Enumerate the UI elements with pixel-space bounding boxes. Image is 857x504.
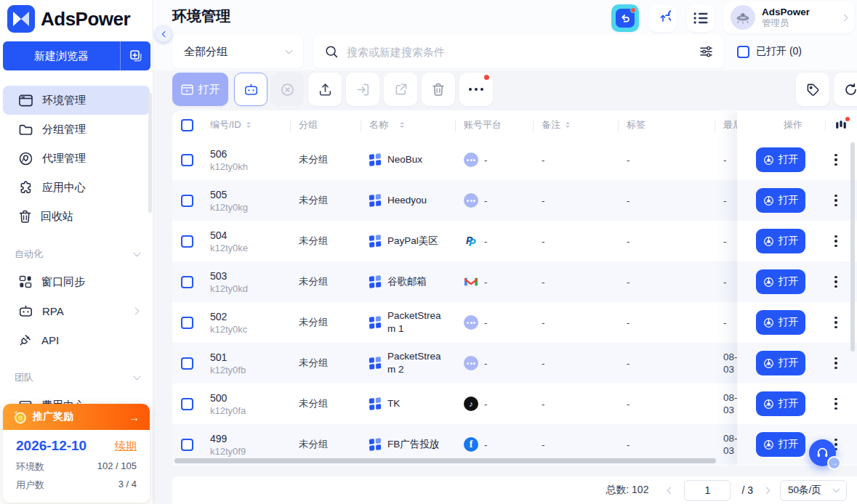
browser-logo-icon [763,236,774,247]
browser-tiles-icon [369,316,381,329]
new-browser-plus-icon[interactable] [120,41,150,70]
vertical-scrollbar[interactable] [850,142,855,351]
upload-icon [318,83,332,97]
group-filter-select[interactable]: 全部分组 [172,35,303,68]
row-more-menu[interactable] [832,354,840,373]
env-note: - [542,399,627,410]
env-name: Heedyou [387,194,427,207]
col-id[interactable]: 编号/ID [210,118,299,131]
tag-button[interactable] [796,73,829,106]
prev-page-icon[interactable] [667,487,675,494]
env-seq: 500 [210,391,299,405]
share-button[interactable] [384,73,417,106]
col-platform: 账号平台 [464,118,542,131]
chevron-left-icon [161,31,167,37]
open-environment-button[interactable]: 打开 [756,269,805,294]
sidebar-item-apps[interactable]: 应用中心 [3,173,150,202]
horizontal-scrollbar[interactable] [174,458,716,463]
row-more-menu[interactable] [832,273,840,291]
row-actions: 打开 [737,221,857,261]
sidebar-collapse-button[interactable] [156,26,172,42]
row-checkbox[interactable] [181,398,193,410]
sidebar-item-environments[interactable]: 环境管理 [3,86,150,115]
open-environment-button[interactable]: 打开 [756,432,805,457]
browser-tiles-icon [369,235,381,248]
open-selected-button[interactable]: 打开 [172,73,228,106]
row-actions: 打开 [737,139,857,180]
more-actions-button[interactable] [459,73,493,106]
section-automation[interactable]: 自动化 [3,241,150,267]
env-tag: - [627,358,723,369]
col-name[interactable]: 名称 [369,118,464,131]
platform-account: - [484,399,488,410]
ufo-avatar-icon [734,9,752,26]
export-upload-button[interactable] [308,73,342,106]
env-tag: - [627,317,723,328]
sort-icon[interactable] [246,120,251,130]
sidebar-item-rpa[interactable]: RPA [3,296,150,325]
task-list-button[interactable] [687,4,715,32]
chevron-right-icon [841,14,848,21]
sidebar-item-window-sync[interactable]: 窗口同步 [3,267,150,296]
platform-account: - [484,358,488,369]
opened-checkbox[interactable] [737,46,749,58]
row-more-menu[interactable] [832,192,840,210]
next-page-icon[interactable] [763,487,771,494]
paypal-icon: PP [464,234,478,248]
new-browser-button[interactable]: 新建浏览器 [3,41,150,70]
renew-link[interactable]: 续期 [115,439,137,453]
close-environments-button[interactable] [270,73,304,106]
env-seq: 506 [210,147,299,160]
sidebar-scrollbar[interactable] [148,93,152,213]
sort-icon[interactable] [566,120,570,130]
col-note[interactable]: 备注 [542,118,627,131]
row-checkbox[interactable] [181,154,193,166]
sync-button[interactable] [649,4,677,32]
sidebar-item-proxies[interactable]: 代理管理 [3,144,150,173]
row-checkbox[interactable] [181,357,193,370]
sidebar-item-groups[interactable]: 分组管理 [3,115,150,144]
notification-dot [630,7,636,13]
rpa-task-button[interactable] [234,73,267,106]
filter-sliders-icon[interactable] [700,46,712,57]
sidebar-item-recycle-bin[interactable]: 回收站 [3,202,150,231]
row-more-menu[interactable] [832,314,840,332]
page-size-select[interactable]: 50条/页 [780,480,847,501]
promo-banner[interactable]: 推广奖励 → [3,404,150,430]
headset-icon [816,446,829,460]
open-environment-button[interactable]: 打开 [756,229,805,253]
env-id: k12ty0fb [210,365,246,375]
opened-filter[interactable]: 已打开 (0) [737,45,802,58]
browser-tiles-icon [369,397,381,410]
row-checkbox[interactable] [181,317,193,329]
sidebar: AdsPower 新建浏览器 环境管理 分组管理 代理管理 应用中心 回收站 自… [0,0,153,504]
import-button[interactable] [346,73,379,106]
open-environment-button[interactable]: 打开 [756,391,805,416]
row-more-menu[interactable] [832,151,840,169]
delete-button[interactable] [422,73,455,106]
row-checkbox[interactable] [181,276,193,288]
row-more-menu[interactable] [832,232,840,251]
section-team[interactable]: 团队 [3,365,150,391]
column-settings-icon[interactable] [835,119,847,131]
env-id: k12ty0kh [210,161,248,172]
account-menu[interactable]: AdsPower 管理员 [723,1,854,33]
select-all-checkbox[interactable] [181,119,193,131]
refresh-button[interactable] [834,73,857,106]
quick-launch-button[interactable] [611,4,639,32]
env-name: TK [387,397,400,410]
open-environment-button[interactable]: 打开 [756,147,805,172]
open-environment-button[interactable]: 打开 [756,310,805,335]
page-input[interactable] [684,480,731,501]
open-environment-button[interactable]: 打开 [756,351,805,375]
row-more-menu[interactable] [832,395,840,413]
row-checkbox[interactable] [181,439,193,451]
row-checkbox[interactable] [181,235,193,248]
browser-logo-icon [763,195,774,206]
search-input[interactable] [347,46,691,58]
sidebar-item-api[interactable]: API [3,325,150,354]
open-environment-button[interactable]: 打开 [756,188,805,213]
support-button[interactable]: → [809,439,836,466]
row-checkbox[interactable] [181,195,193,207]
sort-icon[interactable] [400,120,404,130]
